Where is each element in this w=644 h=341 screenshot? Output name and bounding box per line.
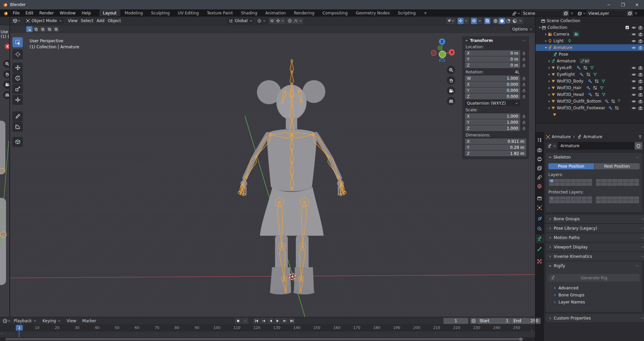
armature-layer-cell[interactable]	[560, 200, 565, 204]
armature-layer-cell[interactable]	[571, 179, 576, 182]
armature-layer-cell[interactable]	[565, 196, 571, 200]
proportional-falloff-dropdown[interactable]	[293, 18, 303, 24]
armature-layer-cell[interactable]	[612, 179, 618, 182]
jump-to-end-button[interactable]	[288, 318, 295, 324]
pose-position-button[interactable]: Pose Position	[548, 163, 594, 169]
lock-icon[interactable]	[522, 114, 526, 118]
use-preview-range-button[interactable]	[470, 318, 477, 324]
rotation-mode-dropdown[interactable]: Quaternion (WXYZ)	[465, 100, 520, 106]
armature-layer-cell[interactable]	[565, 182, 571, 186]
armature-layer-cell[interactable]	[596, 179, 601, 182]
armature-layer-cell[interactable]	[582, 182, 587, 186]
eye-icon[interactable]	[632, 66, 636, 70]
armature-layer-cell[interactable]	[634, 182, 639, 186]
outliner-row-light[interactable]: Light	[536, 38, 644, 44]
expander-icon[interactable]	[547, 66, 551, 69]
tab-constraints[interactable]	[535, 224, 544, 233]
camera-visibility-icon[interactable]	[638, 72, 643, 77]
select-mode-extend[interactable]	[33, 26, 39, 32]
armature-layer-cell[interactable]	[607, 179, 612, 182]
workspace-tab-texture-paint[interactable]: Texture Paint	[203, 9, 236, 17]
close-button[interactable]: ✕	[630, 0, 644, 9]
eye-icon[interactable]	[632, 46, 636, 50]
menu-window[interactable]: Window	[57, 9, 78, 17]
camera-visibility-icon[interactable]	[638, 86, 643, 90]
pan-hand-icon[interactable]	[447, 76, 455, 84]
rigify-bone-groups-section[interactable]: Bone Groups	[553, 293, 642, 297]
menu-keying[interactable]: Keying	[40, 317, 64, 325]
armature-layer-cell[interactable]	[618, 182, 623, 186]
checkbox-icon[interactable]	[625, 25, 629, 30]
menu-marker[interactable]: Marker	[79, 317, 99, 325]
frame-end-field[interactable]: End250	[511, 318, 541, 324]
editor-type-icon[interactable]	[13, 18, 17, 23]
armature-layer-cell[interactable]	[587, 179, 592, 182]
tool-annotate[interactable]	[12, 111, 23, 121]
armature-layer-cell[interactable]	[549, 196, 554, 200]
scene-icon[interactable]	[512, 11, 517, 16]
outliner-row-scene-collection[interactable]: Scene Collection	[536, 17, 644, 24]
tool-cursor[interactable]	[12, 49, 23, 59]
armature-layer-cell[interactable]	[623, 200, 628, 204]
panel-drag-icon[interactable]	[635, 264, 640, 268]
workspace-tab-add[interactable]: +	[420, 9, 431, 17]
expander-icon[interactable]	[547, 87, 551, 90]
shading-rendered-button[interactable]	[512, 18, 518, 24]
rigify-collapse-icon[interactable]	[548, 264, 552, 268]
workspace-tab-geometry-nodes[interactable]: Geometry Nodes	[352, 9, 393, 17]
armature-layer-cell[interactable]	[607, 196, 612, 200]
rigify-layer-names-section[interactable]: Layer Names	[553, 300, 642, 304]
expander-icon[interactable]	[547, 100, 551, 103]
armature-layer-cell[interactable]	[554, 179, 559, 182]
armature-layer-cell[interactable]	[565, 179, 571, 182]
armature-layer-cell[interactable]	[582, 179, 587, 182]
armature-layer-cell[interactable]	[576, 179, 581, 182]
scale-x-field[interactable]: X1.000	[465, 113, 520, 119]
strip-gizmo-x-axis[interactable]: X	[5, 44, 10, 49]
eye-icon[interactable]	[632, 39, 636, 43]
view-layer-remove-button[interactable]: ✕	[634, 11, 638, 16]
menu-view-timeline[interactable]: View	[64, 317, 79, 325]
secondary-viewport-strip[interactable]: Use(1) ( X	[0, 17, 10, 317]
timeline-editor-chevron-icon[interactable]	[7, 319, 11, 323]
armature-layers-grid-left[interactable]	[548, 178, 593, 186]
tab-render[interactable]	[535, 146, 544, 154]
tab-scene[interactable]	[535, 173, 544, 181]
armature-layer-cell[interactable]	[587, 196, 592, 200]
expander-icon[interactable]	[547, 73, 551, 76]
protected-layers-grid-right[interactable]	[595, 196, 640, 204]
timeline-editor-icon[interactable]	[3, 319, 7, 323]
outliner-row-wolf3d-hair[interactable]: Wolf3D_Hair	[536, 84, 644, 91]
lock-icon[interactable]	[522, 63, 526, 67]
transform-collapse-icon[interactable]	[465, 39, 468, 42]
lock-icon[interactable]	[522, 95, 526, 99]
armature-layer-cell[interactable]	[560, 179, 565, 182]
armature-layer-cell[interactable]	[576, 182, 581, 186]
rotation-z-field[interactable]: Z0.000	[465, 94, 520, 99]
tab-object-data[interactable]	[535, 234, 544, 243]
eye-icon[interactable]	[632, 32, 636, 37]
panel-viewport-display[interactable]: Viewport Display	[546, 243, 644, 251]
armature-layer-cell[interactable]	[549, 179, 554, 182]
armature-layer-cell[interactable]	[587, 182, 592, 186]
panel-inverse-kinematics[interactable]: Inverse Kinematics	[546, 252, 644, 261]
armature-layer-cell[interactable]	[587, 200, 592, 204]
snap-settings-dropdown[interactable]	[275, 18, 285, 24]
expander-icon[interactable]	[547, 93, 551, 96]
lock-icon[interactable]	[522, 82, 526, 87]
rotation-y-field[interactable]: Y0.000	[465, 88, 520, 93]
timeline-collapse-arrow[interactable]: ‹	[531, 329, 532, 333]
armature-layer-cell[interactable]	[634, 179, 639, 182]
menu-select[interactable]: Select	[79, 18, 95, 24]
armature-layer-cell[interactable]	[582, 200, 587, 204]
outliner-row-camera[interactable]: Camera	[536, 31, 644, 38]
keying-set-chevron-icon[interactable]	[242, 318, 248, 324]
menu-object[interactable]: Object	[106, 18, 122, 24]
tab-texture[interactable]	[535, 257, 544, 266]
show-overlays-toggle[interactable]	[471, 18, 477, 24]
armature-layer-cell[interactable]	[601, 200, 606, 204]
dimensions-y-field[interactable]: Y0.29 m	[465, 145, 526, 150]
tool-move[interactable]	[12, 63, 23, 73]
xray-toggle[interactable]	[484, 18, 490, 24]
camera-visibility-icon[interactable]	[638, 106, 643, 110]
